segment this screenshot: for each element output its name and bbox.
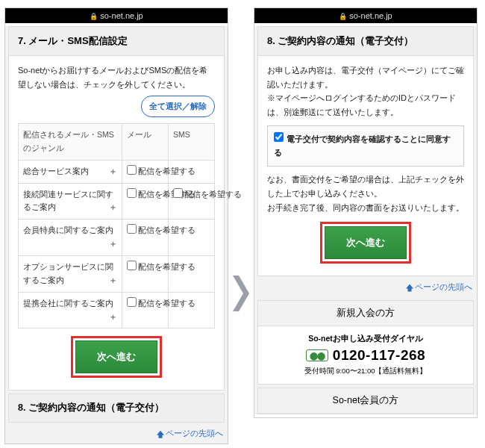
col-sms: SMS (169, 124, 215, 161)
new-member-block: 新規入会の方 So-netお申し込み受付ダイヤル ⬤⬤ 0120-117-268… (257, 300, 474, 385)
page-top-link[interactable]: ページの先頭へ (415, 282, 472, 291)
arrow-separator (233, 276, 249, 311)
page-top-link-wrap: ページの先頭へ (254, 279, 477, 297)
dial-number[interactable]: 0120-117-268 (333, 347, 425, 364)
left-phone: 🔒so-net.ne.jp 7. メール・SMS配信設定 So-netからお届け… (4, 7, 228, 444)
chevron-right-icon (233, 276, 249, 311)
next-button[interactable]: 次へ進む (325, 226, 407, 259)
new-member-body: So-netお申し込み受付ダイヤル ⬤⬤ 0120-117-268 受付時間 9… (258, 326, 473, 384)
toggle-all-button[interactable]: 全て選択／解除 (141, 96, 215, 117)
mail-checkbox[interactable] (127, 165, 137, 175)
section-8: 8. ご契約内容の通知（電子交付） お申し込み内容は、電子交付（マイページ）にて… (257, 26, 474, 276)
pref-label: 配信を希望する (138, 299, 163, 309)
pref-label: 配信を希望する (138, 262, 163, 273)
table-row: 会員特典に関するご案内＋ 配信を希望する (19, 220, 215, 256)
row-label: 総合サービス案内 (23, 167, 89, 175)
mail-checkbox[interactable] (127, 188, 137, 198)
url-bar: 🔒so-net.ne.jp (254, 8, 477, 23)
consent-checkbox[interactable] (274, 132, 284, 142)
sms-checkbox[interactable] (173, 188, 183, 198)
dial-hours: 受付時間 9:00〜21:00【通話料無料】 (264, 367, 467, 376)
section-8-title: 8. ご契約内容の通知（電子交付） (258, 27, 473, 56)
row-label: 会員特典に関するご案内 (23, 225, 113, 234)
new-member-head: 新規入会の方 (258, 301, 473, 326)
section-8-head-collapsed: 8. ご契約内容の通知（電子交付） (8, 393, 225, 423)
col-genre: 配信されるメール・SMSのジャンル (19, 124, 122, 161)
existing-member-block: So-net会員の方 (257, 388, 474, 414)
left-content: 7. メール・SMS配信設定 So-netからお届けするメールおよびSMSの配信… (5, 26, 228, 444)
table-row: 接続関連サービスに関するご案内＋ 配信を希望する 配信を希望する (19, 183, 215, 220)
mail-checkbox[interactable] (127, 261, 137, 270)
url-host: so-net.ne.jp (349, 11, 392, 20)
page-top-link-wrap: ページの先頭へ (5, 426, 228, 444)
pref-label: 配信を希望する (138, 167, 163, 177)
section-7-body: So-netからお届けするメールおよびSMSの配信を希望しない場合は、チェックを… (9, 56, 224, 390)
sec8-p3: なお、書面交付をご希望の場合は、上記チェックを外した上でお申し込みください。 (267, 172, 464, 200)
consent-label: 電子交付で契約内容を確認することに同意する (274, 134, 451, 158)
row-label: 接続関連サービスに関するご案内 (23, 190, 113, 212)
sec8-p2: ※マイページへログインするためのIDとパスワードは、別途郵送にて送付いたします。 (267, 91, 464, 119)
pref-label: 配信を希望する (184, 190, 210, 200)
next-button[interactable]: 次へ進む (75, 340, 157, 373)
expand-icon[interactable]: ＋ (109, 165, 117, 178)
next-wrap: 次へ進む (267, 214, 464, 268)
table-row: 提携会社に関するご案内＋ 配信を希望する (19, 292, 215, 329)
lock-icon: 🔒 (339, 13, 347, 20)
chevron-up-icon (157, 431, 164, 438)
right-phone: 🔒so-net.ne.jp 8. ご契約内容の通知（電子交付） お申し込み内容は… (254, 7, 478, 418)
table-row: 総合サービス案内＋ 配信を希望する (19, 160, 215, 183)
col-mail: メール (122, 124, 169, 161)
section-8-body: お申し込み内容は、電子交付（マイページ）にてご確認いただけます。 ※マイページへ… (258, 56, 473, 276)
consent-box: 電子交付で契約内容を確認することに同意する (267, 125, 464, 167)
pref-label: 配信を希望する (138, 190, 163, 200)
freedial-icon: ⬤⬤ (306, 349, 328, 361)
mail-checkbox[interactable] (127, 297, 137, 307)
table-row: オプションサービスに関するご案内＋ 配信を希望する (19, 255, 215, 292)
toggle-all-wrap: 全て選択／解除 (18, 91, 215, 123)
expand-icon[interactable]: ＋ (109, 274, 117, 287)
row-label: 提携会社に関するご案内 (23, 299, 113, 308)
next-highlight: 次へ進む (71, 336, 162, 378)
sec8-p1: お申し込み内容は、電子交付（マイページ）にてご確認いただけます。 (267, 63, 464, 91)
chevron-up-icon (406, 284, 413, 292)
mail-checkbox[interactable] (127, 224, 137, 234)
url-host: so-net.ne.jp (100, 11, 143, 20)
section-7: 7. メール・SMS配信設定 So-netからお届けするメールおよびSMSの配信… (8, 26, 225, 391)
right-content: 8. ご契約内容の通知（電子交付） お申し込み内容は、電子交付（マイページ）にて… (254, 26, 477, 414)
section-7-title: 7. メール・SMS配信設定 (9, 27, 224, 56)
lock-icon: 🔒 (90, 13, 98, 20)
row-label: オプションサービスに関するご案内 (23, 262, 113, 284)
expand-icon[interactable]: ＋ (109, 201, 117, 214)
expand-icon[interactable]: ＋ (109, 311, 117, 324)
page-top-link[interactable]: ページの先頭へ (166, 429, 223, 438)
next-wrap: 次へ進む (18, 329, 215, 382)
url-bar: 🔒so-net.ne.jp (5, 8, 228, 23)
pref-table: 配信されるメール・SMSのジャンル メール SMS 総合サービス案内＋ 配信を希… (18, 123, 215, 329)
section-7-intro: So-netからお届けするメールおよびSMSの配信を希望しない場合は、チェックを… (18, 63, 215, 91)
dial-sub: So-netお申し込み受付ダイヤル (264, 334, 467, 344)
expand-icon[interactable]: ＋ (109, 237, 117, 251)
svg-marker-0 (233, 276, 249, 311)
sec8-p4: お手続き完了後、同内容の書面をお送りいたします。 (267, 201, 464, 215)
next-highlight: 次へ進む (320, 222, 411, 264)
existing-member-head: So-net会員の方 (258, 388, 473, 414)
pref-label: 配信を希望する (138, 225, 163, 236)
